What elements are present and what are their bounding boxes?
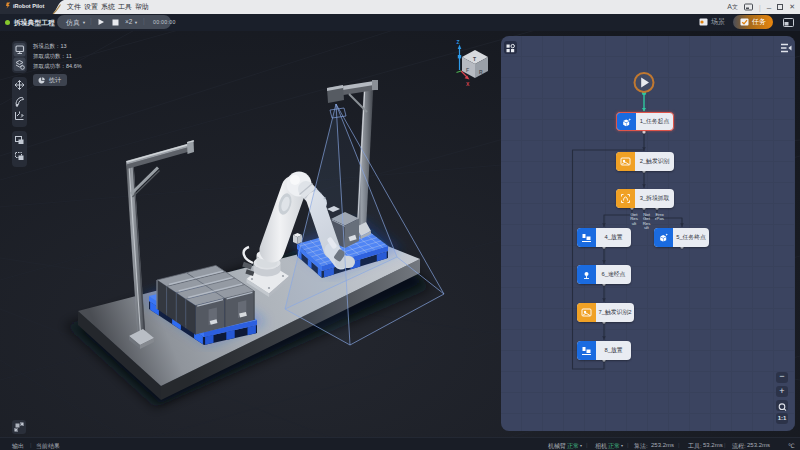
svg-text:iRobot Pilot: iRobot Pilot <box>13 3 45 9</box>
svg-text:ErrorPos: ErrorPos <box>655 212 664 222</box>
svg-text:GetResult: GetResult <box>630 212 638 226</box>
svg-text:T: T <box>473 56 476 62</box>
svg-text:F: F <box>466 67 469 73</box>
svg-text:Z: Z <box>457 39 460 45</box>
svg-text:NotGetResult: NotGetResult <box>643 212 651 231</box>
svg-text:R: R <box>479 69 483 75</box>
